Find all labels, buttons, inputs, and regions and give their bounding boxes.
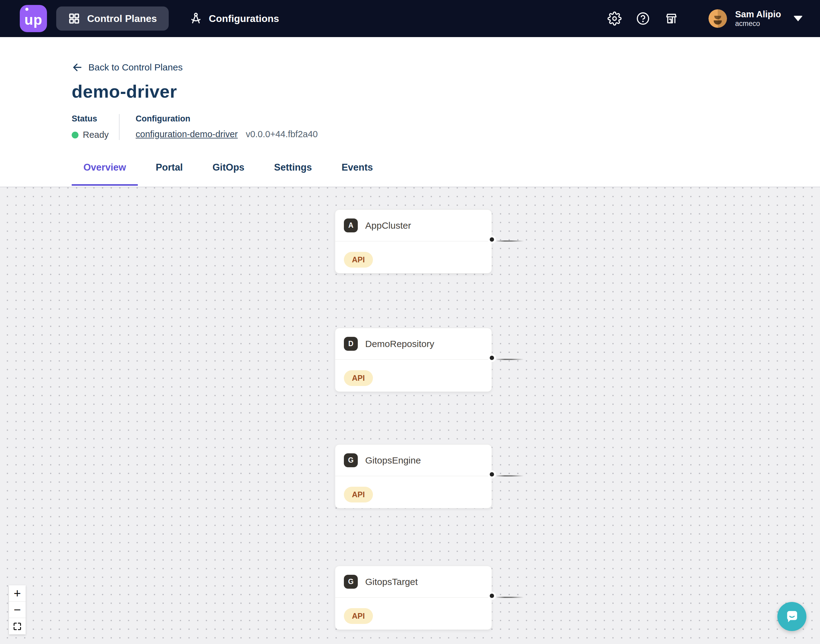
- nav-item-configurations[interactable]: Configurations: [182, 6, 287, 31]
- grid-icon: [68, 12, 80, 25]
- zoom-in-icon: +: [14, 587, 21, 600]
- avatar: [708, 9, 727, 28]
- marketplace-button[interactable]: [664, 11, 679, 26]
- page-title: demo-driver: [72, 81, 820, 102]
- upbound-logo-text: up: [25, 11, 42, 28]
- settings-button[interactable]: [607, 11, 622, 26]
- control-plane-detail-page: { "navbar": { "logo_text": "up", "items"…: [0, 0, 820, 644]
- meta-row: Status Ready Configuration configuration…: [72, 114, 820, 140]
- tab-gitops[interactable]: GitOps: [201, 162, 256, 186]
- help-icon: [636, 11, 650, 26]
- upbound-logo[interactable]: up: [20, 5, 47, 32]
- node-demorepository[interactable]: D DemoRepository API: [335, 328, 492, 392]
- zoom-out-button[interactable]: −: [9, 602, 26, 618]
- navbar-right: Sam Alipio acmeco: [593, 9, 803, 28]
- status-label: Status: [72, 114, 119, 124]
- user-menu[interactable]: Sam Alipio acmeco: [708, 9, 803, 28]
- tab-overview[interactable]: Overview: [72, 162, 138, 186]
- node-name: AppCluster: [365, 220, 411, 231]
- fit-view-icon: [13, 622, 21, 631]
- canvas-zoom-controls: + −: [9, 585, 26, 635]
- nav-item-control-planes[interactable]: Control Planes: [56, 6, 169, 31]
- fit-view-button[interactable]: [9, 618, 26, 635]
- status-value: Ready: [83, 130, 109, 140]
- chat-bubble-icon: [785, 609, 799, 624]
- nav-item-label: Control Planes: [87, 13, 157, 25]
- user-names: Sam Alipio acmeco: [735, 9, 781, 28]
- zoom-in-button[interactable]: +: [9, 585, 26, 602]
- back-link-label: Back to Control Planes: [88, 62, 182, 73]
- node-gitopsengine[interactable]: G GitopsEngine API: [335, 445, 492, 508]
- status-section: Status Ready: [72, 114, 119, 140]
- node-initial-icon: A: [344, 218, 358, 232]
- user-org: acmeco: [735, 20, 781, 28]
- configuration-version: v0.0.0+44.fbf2a40: [246, 129, 317, 140]
- connector-handle[interactable]: [490, 472, 494, 477]
- node-name: GitopsTarget: [365, 577, 418, 587]
- connector-edge: [497, 475, 524, 477]
- chat-launcher-button[interactable]: [777, 602, 806, 631]
- chevron-down-icon: [794, 16, 803, 21]
- api-badge: API: [344, 370, 373, 386]
- connector-handle[interactable]: [490, 593, 494, 598]
- tab-bar: Overview Portal GitOps Settings Events: [72, 162, 391, 186]
- nav-item-label: Configurations: [209, 13, 279, 25]
- tab-portal[interactable]: Portal: [144, 162, 195, 186]
- node-name: DemoRepository: [365, 339, 434, 349]
- zoom-out-icon: −: [14, 604, 21, 616]
- connector-edge: [497, 359, 524, 360]
- status-dot: [72, 132, 78, 138]
- help-button[interactable]: [636, 11, 650, 26]
- user-name: Sam Alipio: [735, 9, 781, 20]
- node-gitopstarget[interactable]: G GitopsTarget API: [335, 566, 492, 630]
- gear-icon: [607, 11, 622, 26]
- api-badge: API: [344, 252, 373, 268]
- configuration-link[interactable]: configuration-demo-driver: [136, 129, 238, 140]
- top-navbar: up Control Planes Configurations: [0, 0, 820, 37]
- configuration-section: Configuration configuration-demo-driver …: [136, 114, 317, 140]
- back-to-control-planes-link[interactable]: Back to Control Planes: [72, 62, 182, 73]
- connector-edge: [497, 597, 524, 598]
- tab-settings[interactable]: Settings: [262, 162, 323, 186]
- configuration-label: Configuration: [136, 114, 317, 124]
- node-name: GitopsEngine: [365, 455, 421, 466]
- resource-graph-canvas[interactable]: A AppCluster API D DemoRepository API G …: [0, 187, 820, 644]
- connector-edge: [497, 241, 524, 242]
- node-appcluster[interactable]: A AppCluster API: [335, 210, 492, 273]
- node-initial-icon: D: [344, 337, 358, 351]
- node-initial-icon: G: [344, 575, 358, 589]
- api-badge: API: [344, 608, 373, 624]
- storefront-icon: [664, 11, 679, 26]
- tab-events[interactable]: Events: [330, 162, 385, 186]
- node-initial-icon: G: [344, 453, 358, 467]
- api-badge: API: [344, 487, 373, 503]
- compass-icon: [189, 12, 203, 25]
- connector-handle[interactable]: [490, 237, 494, 242]
- meta-divider: [119, 114, 120, 140]
- arrow-left-icon: [72, 62, 83, 73]
- connector-handle[interactable]: [490, 356, 494, 360]
